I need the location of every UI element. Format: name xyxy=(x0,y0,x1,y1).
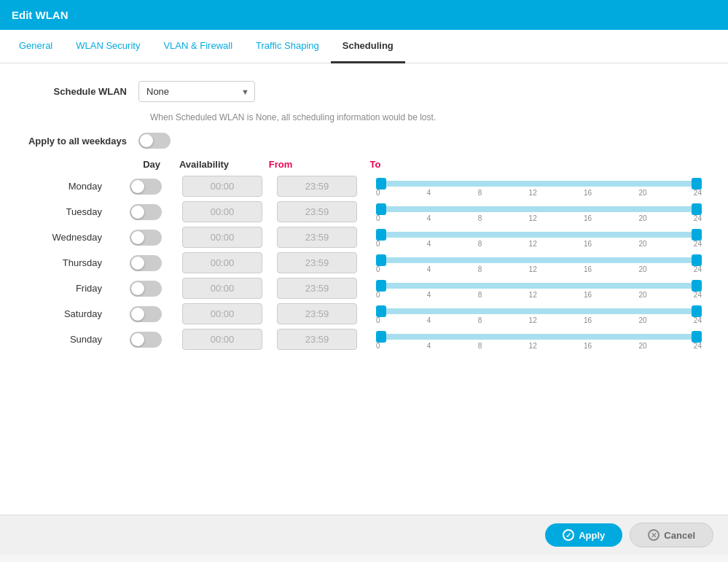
range-handle-left[interactable] xyxy=(376,178,386,190)
apply-weekdays-label: Apply to all weekdays xyxy=(22,136,138,147)
tab-bar: General WLAN Security VLAN & Firewall Tr… xyxy=(0,30,728,63)
range-handle-right[interactable] xyxy=(692,178,702,190)
range-label: 0 xyxy=(376,189,380,197)
range-label: 4 xyxy=(427,214,431,222)
from-input-wednesday[interactable] xyxy=(182,227,262,248)
range-label: 12 xyxy=(529,240,537,248)
range-label: 8 xyxy=(478,291,482,299)
schedule-row: Monday 04812162024 xyxy=(22,176,706,197)
range-labels: 04812162024 xyxy=(376,291,702,299)
to-input-tuesday[interactable] xyxy=(277,201,357,222)
range-label: 16 xyxy=(584,291,592,299)
toggle-track xyxy=(130,281,162,297)
range-label: 20 xyxy=(638,291,646,299)
range-chart-thursday: 04812162024 xyxy=(372,253,706,273)
range-label: 12 xyxy=(529,214,537,222)
apply-button[interactable]: ✓ Apply xyxy=(545,523,622,547)
range-handle-right[interactable] xyxy=(692,254,702,266)
range-label: 16 xyxy=(584,342,592,350)
from-input-friday[interactable] xyxy=(182,278,262,299)
tab-traffic-shaping[interactable]: Traffic Shaping xyxy=(244,30,331,63)
range-label: 0 xyxy=(376,265,380,273)
header-to: To xyxy=(370,159,381,170)
tab-vlan-firewall[interactable]: VLAN & Firewall xyxy=(152,30,244,63)
range-label: 16 xyxy=(584,240,592,248)
range-track xyxy=(379,283,699,289)
apply-weekdays-toggle[interactable] xyxy=(138,133,171,149)
to-input-thursday[interactable] xyxy=(277,252,357,273)
toggle-track xyxy=(130,332,162,348)
content-area: Schedule WLAN None Always Custom ▼ When … xyxy=(0,63,728,515)
range-handle-left[interactable] xyxy=(376,254,386,266)
range-labels: 04812162024 xyxy=(376,189,702,197)
day-toggle-saturday[interactable] xyxy=(130,306,162,322)
range-label: 24 xyxy=(694,316,702,324)
range-handle-right[interactable] xyxy=(692,229,702,241)
schedule-row: Wednesday 04812162024 xyxy=(22,227,706,248)
range-labels: 04812162024 xyxy=(376,265,702,273)
day-label: Thursday xyxy=(63,257,102,268)
range-label: 4 xyxy=(427,291,431,299)
day-toggle-sunday[interactable] xyxy=(130,332,162,348)
range-handle-left[interactable] xyxy=(376,331,386,343)
to-input-wednesday[interactable] xyxy=(277,227,357,248)
day-toggle-tuesday[interactable] xyxy=(130,204,162,220)
toggle-track xyxy=(130,306,162,322)
day-toggle-thursday[interactable] xyxy=(130,255,162,271)
range-track xyxy=(379,206,699,212)
range-label: 20 xyxy=(638,316,646,324)
schedule-wlan-label: Schedule WLAN xyxy=(22,86,138,97)
range-handle-right[interactable] xyxy=(692,203,702,215)
range-chart-sunday: 04812162024 xyxy=(372,329,706,350)
range-handle-right[interactable] xyxy=(692,280,702,292)
range-chart-tuesday: 04812162024 xyxy=(372,202,706,222)
schedule-row: Thursday 04812162024 xyxy=(22,252,706,273)
range-handle-right[interactable] xyxy=(692,331,702,343)
info-text: When Scheduled WLAN is None, all schedul… xyxy=(150,112,706,122)
from-input-thursday[interactable] xyxy=(182,252,262,273)
to-input-monday[interactable] xyxy=(277,176,357,197)
from-input-monday[interactable] xyxy=(182,176,262,197)
cancel-button[interactable]: ✕ Cancel xyxy=(630,523,713,547)
range-handle-left[interactable] xyxy=(376,305,386,317)
schedule-row: Sunday 04812162024 xyxy=(22,329,706,350)
range-label: 0 xyxy=(376,342,380,350)
to-input-sunday[interactable] xyxy=(277,329,357,350)
to-input-saturday[interactable] xyxy=(277,303,357,324)
range-track xyxy=(379,334,699,340)
range-label: 24 xyxy=(694,265,702,273)
day-toggle-monday[interactable] xyxy=(130,179,162,195)
range-label: 24 xyxy=(694,240,702,248)
range-label: 8 xyxy=(478,316,482,324)
from-input-tuesday[interactable] xyxy=(182,201,262,222)
range-label: 12 xyxy=(529,265,537,273)
tab-general[interactable]: General xyxy=(7,30,64,63)
range-chart-friday: 04812162024 xyxy=(372,278,706,299)
toggle-track xyxy=(130,255,162,271)
range-label: 20 xyxy=(638,214,646,222)
range-label: 4 xyxy=(427,265,431,273)
day-toggle-friday[interactable] xyxy=(130,281,162,297)
range-labels: 04812162024 xyxy=(376,342,702,350)
range-handle-left[interactable] xyxy=(376,229,386,241)
range-label: 4 xyxy=(427,189,431,197)
range-labels: 04812162024 xyxy=(376,240,702,248)
range-labels: 04812162024 xyxy=(376,214,702,222)
range-handle-left[interactable] xyxy=(376,280,386,292)
toggle-track xyxy=(130,204,162,220)
range-labels: 04812162024 xyxy=(376,316,702,324)
tab-wlan-security[interactable]: WLAN Security xyxy=(64,30,152,63)
range-handle-left[interactable] xyxy=(376,203,386,215)
toggle-track xyxy=(130,230,162,246)
from-input-saturday[interactable] xyxy=(182,303,262,324)
day-toggle-wednesday[interactable] xyxy=(130,230,162,246)
schedule-wlan-select-wrapper: None Always Custom ▼ xyxy=(138,81,255,102)
range-track xyxy=(379,257,699,263)
range-track xyxy=(379,181,699,187)
range-handle-right[interactable] xyxy=(692,305,702,317)
to-input-friday[interactable] xyxy=(277,278,357,299)
schedule-wlan-select[interactable]: None Always Custom xyxy=(138,81,255,102)
tab-scheduling[interactable]: Scheduling xyxy=(331,30,405,63)
range-track xyxy=(379,308,699,314)
from-input-sunday[interactable] xyxy=(182,329,262,350)
